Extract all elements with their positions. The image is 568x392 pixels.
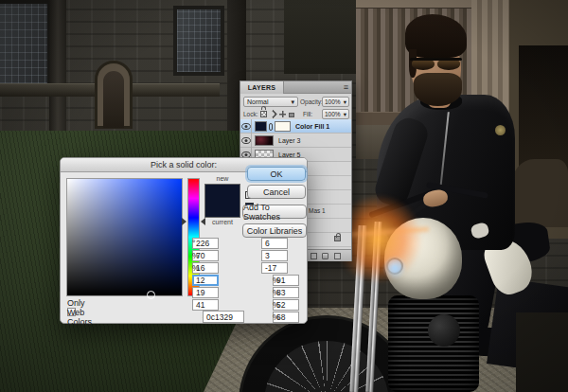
ok-button[interactable]: OK [247,167,306,181]
layer-style-icon[interactable] [311,253,317,259]
layer-name: Layer 3 [278,137,300,144]
layer-row-layer-3[interactable]: Layer 3 [240,134,351,148]
link-mask-icon [269,123,273,131]
g-input[interactable]: 19 [192,287,219,298]
current-color-label: current [204,219,240,225]
b3-input[interactable]: -17 [261,262,288,274]
color-picker-dialog: Pick a solid color: new current OK Cance… [60,157,308,324]
hue-slider-indicator[interactable] [182,218,186,225]
new-layer-icon[interactable] [334,253,341,259]
lock-all-icon[interactable] [289,113,294,117]
r-input[interactable]: 12 [192,275,219,286]
color-field-cursor[interactable] [147,291,155,299]
only-web-colors-label: Only Web Colors [67,298,92,327]
cancel-button[interactable]: Cancel [247,185,306,199]
add-to-swatches-button[interactable]: Add To Swatches [242,205,307,219]
lock-pixels-icon[interactable] [269,110,278,119]
visibility-eye-icon[interactable] [240,119,252,134]
l-input[interactable]: 6 [261,238,288,249]
b2-input[interactable]: 41 [192,299,219,311]
color-fill-thumbnail[interactable] [255,121,267,132]
a-input[interactable]: 3 [261,250,288,261]
lock-transparency-icon[interactable] [260,111,267,117]
lock-badge-icon [334,236,341,241]
hex-input[interactable]: 0c1329 [203,311,244,323]
layer-name: Color Fill 1 [295,123,329,130]
partial-layer-name: Mas 1 [309,207,326,214]
color-libraries-button[interactable]: Color Libraries [242,223,307,238]
tab-layers[interactable]: LAYERS [240,81,284,94]
lock-position-icon[interactable] [279,111,286,117]
stepper-icon: ▾ [344,111,346,118]
saturation-brightness-field[interactable] [66,178,183,296]
new-color-label: new [204,175,240,182]
new-current-swatch [204,184,240,218]
opacity-value[interactable]: 100% ▾ [322,97,349,107]
add-mask-icon[interactable] [322,253,328,259]
h-input[interactable]: 226 [192,238,219,249]
chevron-down-icon: ▾ [291,98,294,106]
visibility-eye-icon[interactable] [240,134,252,148]
stepper-icon: ▾ [344,98,346,106]
lock-label: Lock: [243,111,258,117]
opacity-label: Opacity: [300,98,323,105]
panel-menu-icon[interactable]: ≡ [344,82,348,92]
fill-label: Fill: [303,111,312,117]
layer-thumbnail[interactable] [255,135,274,146]
blend-mode-dropdown[interactable]: Normal ▾ [243,97,298,107]
screenshot: LAYERS ≡ Normal ▾ Opacity: 100% ▾ Lock: … [0,0,568,392]
layer-row-color-fill-1[interactable]: Color Fill 1 [240,119,351,134]
layer-mask-thumbnail[interactable] [275,121,291,132]
fill-value[interactable]: 100% ▾ [322,109,349,119]
